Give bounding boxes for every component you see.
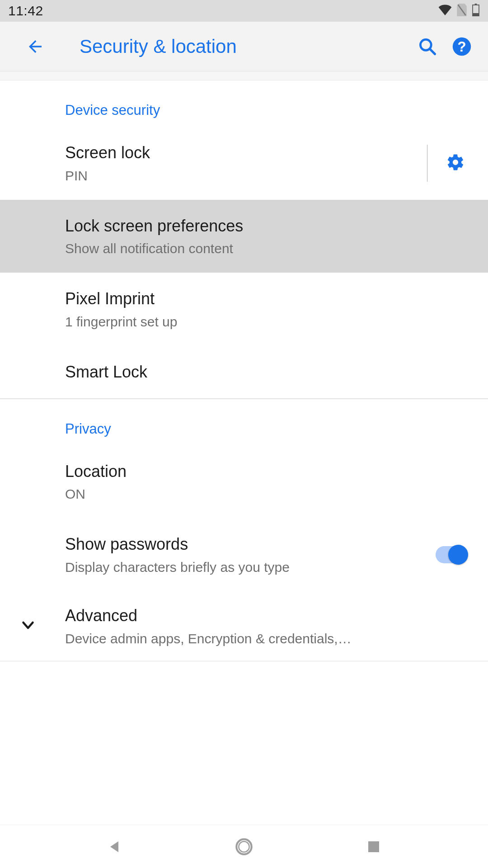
row-sub: PIN <box>65 167 419 184</box>
svg-text:?: ? <box>457 39 466 55</box>
row-sub: Show all notification content <box>65 240 470 257</box>
status-icons <box>438 4 480 18</box>
row-lock-screen-preferences[interactable]: Lock screen preferences Show all notific… <box>0 200 488 273</box>
row-title: Pixel Imprint <box>65 288 470 310</box>
row-sub: ON <box>65 485 470 503</box>
section-header-privacy: Privacy <box>0 399 488 445</box>
help-button[interactable]: ? <box>449 34 474 59</box>
row-title: Location <box>65 461 470 483</box>
switch-thumb <box>448 545 468 565</box>
row-advanced[interactable]: Advanced Device admin apps, Encryption &… <box>0 591 488 661</box>
back-button[interactable] <box>23 34 48 59</box>
navigation-bar <box>0 825 488 868</box>
vertical-divider <box>427 145 428 182</box>
app-bar: Security & location ? <box>0 22 488 71</box>
row-sub: 1 fingerprint set up <box>65 313 470 330</box>
row-title: Lock screen preferences <box>65 215 470 237</box>
wifi-icon <box>438 5 452 17</box>
no-sim-icon <box>456 4 467 18</box>
screen-lock-settings-button[interactable] <box>441 149 470 178</box>
divider <box>0 661 488 662</box>
row-screen-lock[interactable]: Screen lock PIN <box>0 127 488 200</box>
row-sub: Device admin apps, Encryption & credenti… <box>65 630 354 647</box>
page-title: Security & location <box>80 36 406 57</box>
nav-home-button[interactable] <box>230 832 258 861</box>
spacer <box>0 71 488 80</box>
search-button[interactable] <box>415 34 440 59</box>
row-location[interactable]: Location ON <box>0 445 488 519</box>
show-passwords-switch[interactable] <box>436 546 467 563</box>
row-sub: Display characters briefly as you type <box>65 558 436 576</box>
row-pixel-imprint[interactable]: Pixel Imprint 1 fingerprint set up <box>0 273 488 346</box>
section-header-device-security: Device security <box>0 80 488 127</box>
row-show-passwords[interactable]: Show passwords Display characters briefl… <box>0 518 488 591</box>
row-smart-lock[interactable]: Smart Lock <box>0 346 488 399</box>
chevron-down-icon <box>20 617 36 635</box>
nav-back-button[interactable] <box>100 832 129 861</box>
svg-rect-3 <box>473 13 479 16</box>
row-title: Smart Lock <box>65 361 470 383</box>
row-title: Show passwords <box>65 533 436 556</box>
row-title: Advanced <box>65 605 470 627</box>
svg-line-5 <box>430 49 435 54</box>
battery-icon <box>472 4 480 18</box>
content: Device security Screen lock PIN Lock scr… <box>0 80 488 661</box>
svg-point-9 <box>239 841 249 852</box>
status-time: 11:42 <box>8 3 43 19</box>
svg-rect-10 <box>368 841 379 852</box>
status-bar: 11:42 <box>0 0 488 22</box>
gear-icon <box>446 153 465 174</box>
row-title: Screen lock <box>65 142 419 164</box>
nav-recent-button[interactable] <box>359 832 388 861</box>
